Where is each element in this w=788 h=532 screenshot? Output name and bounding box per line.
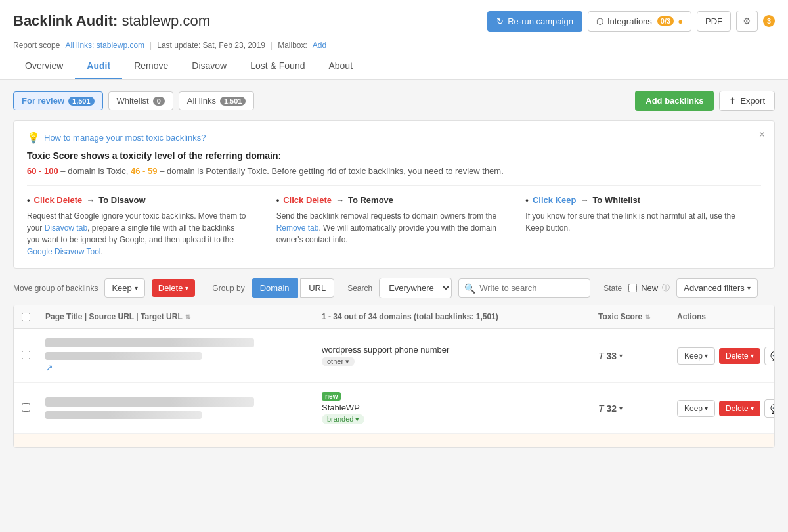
rerun-campaign-button[interactable]: ↻ Re-run campaign [487, 11, 582, 32]
row2-delete-button[interactable]: Delete [719, 401, 760, 416]
add-backlinks-button[interactable]: Add backlinks [635, 91, 714, 111]
score-range2-suffix: – domain is Potentially Toxic. Before ge… [160, 166, 504, 176]
keep-target: To Whitelist [592, 195, 640, 205]
select-all-checkbox[interactable] [22, 313, 30, 321]
tab-remove[interactable]: Remove [122, 54, 180, 79]
new-checkbox[interactable] [628, 284, 637, 292]
tip-action-disavow: • Click Delete → To Disavow Request that… [27, 195, 263, 257]
all-links-filter[interactable]: All links 1,501 [179, 91, 255, 110]
all-links-count: 1,501 [220, 97, 246, 106]
row1-checkbox-cell [14, 351, 37, 361]
row2-score-num: 32 [607, 403, 617, 414]
tab-overview[interactable]: Overview [13, 54, 75, 79]
tip-header: 💡 How to manage your most toxic backlink… [27, 131, 761, 144]
row2-url-blurred [45, 397, 254, 407]
row1-delete-label: Delete [726, 351, 749, 361]
tab-about[interactable]: About [317, 54, 364, 79]
keep-btn-label: Keep [112, 283, 131, 293]
pdf-button[interactable]: PDF [697, 11, 731, 32]
export-button[interactable]: ⬆ Export [719, 91, 775, 111]
row1-anchor-tag[interactable]: other ▾ [322, 357, 355, 366]
th-checkbox [14, 313, 37, 321]
delete-btn-label: Delete [158, 283, 183, 293]
remove-tab-link[interactable]: Remove tab [276, 223, 319, 233]
row2-url-cell [37, 397, 314, 419]
tip-title: Toxic Score shows a toxicity level of th… [27, 150, 761, 161]
row2-toxic-cell: T 32 [590, 403, 669, 414]
google-disavow-link[interactable]: Google Disavow Tool [27, 247, 101, 256]
tip-box: 💡 How to manage your most toxic backlink… [13, 120, 775, 269]
tip-actions: • Click Delete → To Disavow Request that… [27, 195, 761, 257]
row1-url-cell: ↗ [37, 338, 314, 373]
for-review-filter[interactable]: For review 1,501 [13, 91, 103, 110]
row1-toxic-cell: T 33 [590, 351, 669, 361]
delete-button[interactable]: Delete [152, 279, 196, 297]
url-sort-icon[interactable]: ⇅ [185, 313, 190, 321]
table-row [14, 434, 774, 447]
row2-keep-button[interactable]: Keep [677, 400, 715, 417]
page-title: Backlink Audit: stablewp.com [13, 12, 210, 30]
row1-score-caret[interactable] [619, 352, 623, 359]
message-icon: 💬 [770, 351, 775, 361]
table-header: Page Title | Source URL | Target URL ⇅ 1… [14, 305, 774, 329]
tip-action-remove: • Click Delete → To Remove Send the back… [276, 195, 513, 257]
table-row: new StableWP branded ▾ T 32 Keep [14, 383, 774, 434]
integrations-badge: 0/3 [657, 16, 674, 26]
row2-anchor-text: StableWP [322, 403, 582, 412]
row2-message-button[interactable]: 💬 [764, 399, 775, 418]
toxic-sort-icon[interactable]: ⇅ [645, 313, 650, 321]
row2-delete-caret [751, 405, 754, 412]
settings-button[interactable]: ⚙ [736, 11, 758, 32]
header-top: Backlink Audit: stablewp.com ↻ Re-run ca… [13, 11, 775, 32]
state-label: State [603, 284, 622, 293]
row1-delete-button[interactable]: Delete [719, 348, 760, 364]
search-scope-select[interactable]: Everywhere [379, 278, 452, 298]
table-toolbar: Move group of backlinks Keep Delete Grou… [13, 278, 775, 298]
disavow-target: To Disavow [98, 195, 145, 205]
tab-audit[interactable]: Audit [75, 54, 122, 79]
tip-action-whitelist: • Click Keep → To Whitelist If you know … [525, 195, 761, 257]
tab-disavow[interactable]: Disavow [180, 54, 238, 79]
row1-external-link[interactable]: ↗ [45, 363, 306, 373]
search-input[interactable] [479, 279, 584, 297]
row-2: new StableWP branded ▾ T 32 Keep [14, 383, 774, 433]
pdf-label: PDF [705, 16, 722, 26]
domain-group-button[interactable]: Domain [252, 278, 298, 298]
separator2: | [271, 41, 273, 50]
row2-checkbox[interactable] [22, 403, 30, 412]
table-row: ↗ wordpress support phone number other ▾… [14, 329, 774, 383]
tip-link[interactable]: How to manage your most toxic backlinks? [44, 133, 206, 143]
mailbox-link[interactable]: Add [313, 41, 326, 50]
remove-verb: Click Delete [283, 195, 332, 205]
row1-checkbox[interactable] [22, 351, 30, 359]
row1-keep-button[interactable]: Keep [677, 347, 715, 365]
row2-anchor-tag[interactable]: branded ▾ [322, 414, 364, 424]
mailbox-label: Mailbox: [278, 41, 307, 50]
whitelist-desc: If you know for sure that the link is no… [525, 210, 748, 234]
row2-score-caret[interactable] [619, 405, 623, 412]
report-scope-label: Report scope [13, 41, 60, 50]
disavow-desc: Request that Google ignore your toxic ba… [27, 210, 250, 257]
whitelist-filter[interactable]: Whitelist 0 [108, 91, 173, 110]
tip-close-button[interactable]: × [759, 129, 765, 141]
row1-toxic-score: T 33 [598, 351, 661, 361]
rerun-label: Re-run campaign [508, 16, 573, 26]
row1-url-blurred [45, 338, 254, 347]
advanced-filters-button[interactable]: Advanced filters [676, 278, 758, 298]
tip-action-disavow-title: • Click Delete → To Disavow [27, 195, 250, 205]
keep-button[interactable]: Keep [104, 278, 144, 298]
group-by-label: Group by [212, 284, 244, 293]
url-group-button[interactable]: URL [300, 278, 334, 298]
notification-badge[interactable]: 3 [763, 15, 775, 27]
row1-message-button[interactable]: 💬 [764, 347, 775, 365]
tip-action-whitelist-title: • Click Keep → To Whitelist [525, 195, 748, 205]
integrations-button[interactable]: ⬡ Integrations 0/3 ● [588, 11, 691, 32]
keep-chevron [135, 284, 138, 292]
row2-toxic-score: T 32 [598, 403, 661, 414]
report-scope-link[interactable]: All links: stablewp.com [65, 41, 144, 50]
search-label: Search [347, 284, 372, 293]
actions-header-text: Actions [677, 312, 706, 321]
tab-lost-found[interactable]: Lost & Found [238, 54, 317, 79]
disavow-tab-link[interactable]: Disavow tab [45, 223, 87, 233]
export-icon: ⬆ [729, 96, 736, 106]
